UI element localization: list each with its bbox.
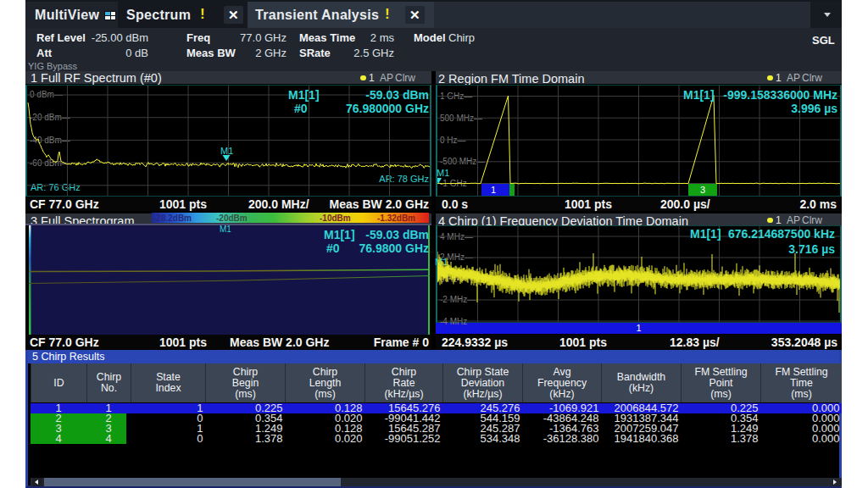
svg-text:3: 3 xyxy=(700,185,705,195)
svg-text:1: 1 xyxy=(491,185,496,195)
